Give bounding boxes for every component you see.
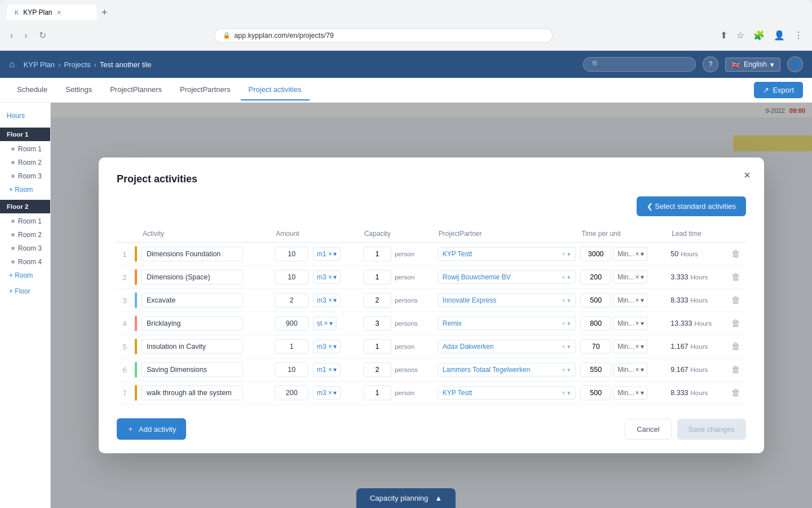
capacity-input[interactable] [363,386,391,400]
delete-row-btn[interactable]: 🗑 [728,362,744,377]
add-activity-btn[interactable]: ＋ Add activity [117,418,186,440]
partner-selector[interactable]: Adax Dakwerken × ▾ [438,340,576,353]
partner-selector[interactable]: KYP Testt × ▾ [438,247,576,261]
partner-clear-icon[interactable]: × [562,366,565,373]
unit-selector[interactable]: m1 × ▾ [313,363,341,376]
time-input[interactable] [580,270,611,284]
amount-input[interactable] [275,293,308,308]
time-unit-x-icon[interactable]: × [636,343,639,351]
partner-clear-icon[interactable]: × [562,297,565,304]
profile-icon[interactable]: 👤 [771,28,787,43]
reload-btn[interactable]: ↻ [36,28,50,43]
time-unit-x-icon[interactable]: × [636,273,639,281]
language-selector[interactable]: 🇬🇧 English ▾ [725,58,780,72]
time-input[interactable] [580,362,611,377]
nav-settings[interactable]: Settings [58,80,100,100]
partner-clear-icon[interactable]: × [562,343,565,350]
time-unit-chevron-icon[interactable]: ▾ [641,296,644,304]
time-unit-chevron-icon[interactable]: ▾ [641,273,644,281]
browser-tab[interactable]: K KYP Plan × [7,5,97,20]
unit-selector[interactable]: m1 × ▾ [313,247,341,261]
time-unit-x-icon[interactable]: × [636,389,639,397]
home-icon[interactable]: ⌂ [9,59,15,69]
activity-name-input[interactable] [142,293,243,308]
activity-name-input[interactable] [142,247,243,261]
sidebar-floor-1[interactable]: Floor 1 [0,128,50,141]
tab-close-btn[interactable]: × [57,8,61,17]
capacity-input[interactable] [363,339,391,354]
sidebar-add-floor[interactable]: + Floor [0,284,50,298]
sidebar-add-room-f2[interactable]: + Room [0,269,50,282]
delete-row-btn[interactable]: 🗑 [728,293,744,308]
partner-chevron-icon[interactable]: ▾ [567,320,571,327]
sidebar-room-f2-r4[interactable]: Room 4 [0,255,50,269]
capacity-input[interactable] [363,293,391,308]
activity-name-input[interactable] [142,386,243,400]
partner-clear-icon[interactable]: × [562,389,565,396]
time-unit-x-icon[interactable]: × [636,250,639,258]
capacity-input[interactable] [363,247,391,261]
time-unit-selector[interactable]: Min... × ▾ [614,247,647,261]
delete-row-btn[interactable]: 🗑 [728,339,744,354]
amount-input[interactable] [275,247,308,261]
time-input[interactable] [580,339,611,354]
partner-chevron-icon[interactable]: ▾ [567,274,571,281]
delete-row-btn[interactable]: 🗑 [728,247,744,261]
partner-selector[interactable]: Innovatie Express × ▾ [438,294,576,307]
partner-chevron-icon[interactable]: ▾ [567,366,571,373]
breadcrumb-kyp[interactable]: KYP Plan [24,60,55,69]
new-tab-btn[interactable]: + [102,7,108,19]
time-unit-selector[interactable]: Min... × ▾ [614,317,647,330]
save-changes-btn[interactable]: Save changes [677,419,746,440]
time-input[interactable] [580,316,611,331]
time-input[interactable] [580,293,611,308]
unit-selector[interactable]: st × ▾ [313,317,337,330]
unit-selector[interactable]: m3 × ▾ [313,270,341,284]
time-unit-x-icon[interactable]: × [636,319,639,327]
export-btn[interactable]: ↗ Export [754,82,803,98]
sidebar-room-f2-r3[interactable]: Room 3 [0,242,50,255]
amount-input[interactable] [275,339,308,354]
sidebar-room-f1-r1[interactable]: Room 1 [0,142,50,156]
nav-project-partners[interactable]: ProjectPartners [172,80,239,100]
amount-input[interactable] [275,362,308,377]
partner-chevron-icon[interactable]: ▾ [567,251,571,257]
time-input[interactable] [580,247,611,261]
modal-close-btn[interactable]: × [744,169,751,182]
sidebar-room-f2-r1[interactable]: Room 1 [0,214,50,228]
amount-input[interactable] [275,316,308,331]
partner-clear-icon[interactable]: × [562,274,565,281]
nav-project-activities[interactable]: Project activities [241,80,310,100]
time-input[interactable] [580,386,611,400]
partner-chevron-icon[interactable]: ▾ [567,297,571,304]
nav-project-planners[interactable]: ProjectPlanners [102,80,170,100]
amount-input[interactable] [275,270,308,284]
partner-selector[interactable]: Rowij Bouwchemie BV × ▾ [438,270,576,284]
unit-selector[interactable]: m3 × ▾ [313,294,341,307]
time-unit-chevron-icon[interactable]: ▾ [641,343,644,351]
capacity-input[interactable] [363,362,391,377]
cancel-btn[interactable]: Cancel [625,419,671,440]
activity-name-input[interactable] [142,270,243,284]
breadcrumb-projects[interactable]: Projects [64,60,90,69]
activity-name-input[interactable] [142,339,243,354]
bookmark-icon[interactable]: ☆ [734,28,747,43]
time-unit-selector[interactable]: Min... × ▾ [614,386,647,400]
time-unit-chevron-icon[interactable]: ▾ [641,250,644,258]
time-unit-selector[interactable]: Min... × ▾ [614,294,647,307]
help-btn[interactable]: ? [703,56,718,72]
back-btn[interactable]: ‹ [7,28,16,43]
unit-selector[interactable]: m3 × ▾ [313,340,341,353]
activity-name-input[interactable] [142,362,243,377]
partner-clear-icon[interactable]: × [562,320,565,327]
sidebar-hours[interactable]: Hours [0,107,50,124]
sidebar-add-room-f1[interactable]: + Room [0,183,50,196]
sidebar-room-f2-r2[interactable]: Room 2 [0,228,50,242]
time-unit-x-icon[interactable]: × [636,366,639,374]
unit-selector[interactable]: m3 × ▾ [313,386,341,400]
partner-selector[interactable]: Remix × ▾ [438,317,576,330]
header-search-input[interactable] [583,57,696,72]
address-bar[interactable]: 🔒 app.kypplan.com/en/projects/79 [214,28,553,43]
time-unit-selector[interactable]: Min... × ▾ [614,340,647,353]
share-icon[interactable]: ⬆ [718,28,730,43]
